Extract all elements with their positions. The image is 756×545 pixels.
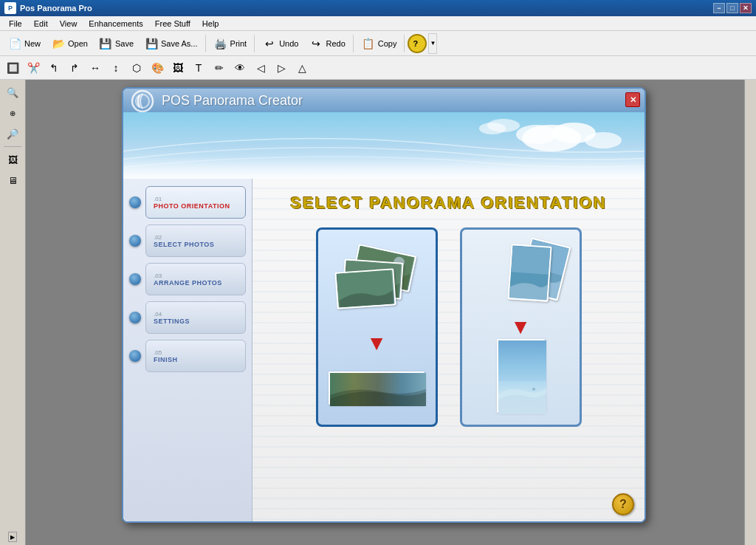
monitor-tool[interactable]: 🖥 [3,171,22,190]
step-item-5[interactable]: .05 FINISH [123,340,252,372]
secondary-toolbar: 🔲 ✂️ ↰ ↱ ↔ ↕ ⬡ 🎨 🖼 T ✏ 👁 ◁ ▷ △ [0,56,756,80]
saveas-icon: 💾 [144,36,159,51]
move-up-button[interactable]: △ [292,58,312,78]
step-number-2: .02 [154,234,238,241]
menu-bar: File Edit View Enhancements Free Stuff H… [0,16,756,31]
title-bar: P Pos Panorama Pro − □ ✕ [0,0,756,16]
close-window-button[interactable]: ✕ [740,3,752,13]
step-number-3: .03 [154,272,238,279]
open-button[interactable]: 📂 Open [47,33,92,54]
step-label-2: SELECT PHOTOS [154,241,238,248]
stitch-left-button[interactable]: ◁ [251,58,270,78]
text-button[interactable]: T [189,58,208,78]
step-box-4[interactable]: .04 SETTINGS [145,301,246,334]
help-button[interactable]: ? [408,34,427,53]
help-button-dialog[interactable]: ? [612,493,634,515]
step-box-1[interactable]: .01 PHOTO ORIENTATION [145,186,246,219]
toolbar-sep-3 [353,35,354,52]
frame-button[interactable]: 🖼 [168,58,188,78]
panorama-creator-dialog: POS Panorama Creator ✕ [122,87,646,523]
horizontal-photo-stack [332,250,421,316]
minimize-button[interactable]: − [713,3,725,13]
orientation-options: ▼ [316,227,582,427]
dialog-close-button[interactable]: ✕ [625,92,640,107]
step-bullet-5 [129,350,141,362]
draw-button[interactable]: ✏ [210,58,229,78]
rotate-right-button[interactable]: ↱ [65,58,84,78]
menu-edit[interactable]: Edit [28,18,54,30]
image-info-tool[interactable]: 🖼 [3,150,22,169]
vertical-photo-stack [484,241,557,315]
zoom-in-tool[interactable]: 🔍 [3,83,22,102]
dialog-title-text: POS Panorama Creator [162,93,303,109]
toolbar-sep-2 [254,35,255,52]
main-toolbar: 📄 New 📂 Open 💾 Save 💾 Save As... 🖨️ Prin… [0,31,756,56]
zoom-select-button[interactable]: 🔲 [3,58,22,78]
effect-button[interactable]: 🎨 [148,58,167,78]
crop-button[interactable]: ✂️ [24,58,43,78]
step-item-3[interactable]: .03 ARRANGE PHOTOS [123,263,252,295]
steps-panel: .01 PHOTO ORIENTATION .02 SELECT PHOTOS [123,179,252,523]
zoom-area-tool[interactable]: ⊕ [3,103,22,123]
menu-help[interactable]: Help [196,18,225,30]
stitch-right-button[interactable]: ▷ [272,58,291,78]
redo-icon: ↪ [309,36,323,51]
vertical-arrow: ▼ [510,317,531,337]
step-item-2[interactable]: .02 SELECT PHOTOS [123,224,252,257]
step-label-1: PHOTO ORIENTATION [154,202,238,210]
horizontal-orientation-option[interactable]: ▼ [316,227,438,427]
step-item-1[interactable]: .01 PHOTO ORIENTATION [123,186,252,219]
dialog-title-bar: POS Panorama Creator ✕ [123,89,645,112]
redo-button[interactable]: ↪ Redo [304,33,349,54]
maximize-button[interactable]: □ [726,3,738,13]
save-icon: 💾 [98,36,113,51]
toolbar-sep-4 [404,35,405,52]
svg-rect-16 [511,246,550,275]
menu-view[interactable]: View [54,18,83,30]
app-title: Pos Panorama Pro [20,4,92,13]
content-panel: SELECT PANORAMA ORIENTATION [252,179,645,523]
panel-expand-button[interactable]: ▶ [8,532,17,542]
dialog-header [123,112,645,179]
new-button[interactable]: 📄 New [3,33,45,54]
window-controls: − □ ✕ [713,3,752,13]
red-eye-button[interactable]: 👁 [230,58,250,78]
saveas-button[interactable]: 💾 Save As... [140,33,202,54]
save-button[interactable]: 💾 Save [94,33,138,54]
flip-v-button[interactable]: ↕ [106,58,126,78]
left-tool-panel: 🔍 ⊕ 🔎 🖼 🖥 ▶ [0,80,26,545]
undo-button[interactable]: ↩ Undo [258,33,303,54]
step-number-1: .01 [154,196,238,202]
toolbar-sep-1 [205,35,206,52]
step-box-5[interactable]: .05 FINISH [145,340,246,372]
menu-enhancements[interactable]: Enhancements [83,18,148,30]
scroll-area [744,80,756,545]
svg-point-7 [487,119,520,132]
menu-freestuff[interactable]: Free Stuff [149,18,196,30]
step-bullet-4 [129,312,141,323]
transform-button[interactable]: ⬡ [127,58,146,78]
open-icon: 📂 [51,36,66,51]
vertical-result-photo [497,339,545,413]
step-bullet-1 [129,196,141,208]
copy-button[interactable]: 📋 Copy [357,33,402,54]
horizontal-result-photo [329,371,425,405]
tool-sep [4,146,21,147]
flip-h-button[interactable]: ↔ [86,58,105,78]
vertical-orientation-option[interactable]: ▼ [460,227,582,427]
zoom-out-tool[interactable]: 🔎 [3,124,22,143]
step-item-4[interactable]: .04 SETTINGS [123,301,252,334]
rotate-left-button[interactable]: ↰ [44,58,63,78]
menu-file[interactable]: File [3,18,28,30]
toolbar-dropdown[interactable]: ▼ [428,33,437,54]
svg-point-5 [585,132,622,148]
print-button[interactable]: 🖨️ Print [209,33,252,54]
canvas-area: POS Panorama Creator ✕ [26,80,744,545]
undo-icon: ↩ [262,36,277,51]
step-box-3[interactable]: .03 ARRANGE PHOTOS [145,263,246,295]
step-number-4: .04 [154,311,238,318]
section-title: SELECT PANORAMA ORIENTATION [290,193,606,213]
step-box-2[interactable]: .02 SELECT PHOTOS [145,224,246,257]
main-area: 🔍 ⊕ 🔎 🖼 🖥 ▶ POS Panorama Creator [0,80,756,545]
svg-point-19 [532,388,535,391]
